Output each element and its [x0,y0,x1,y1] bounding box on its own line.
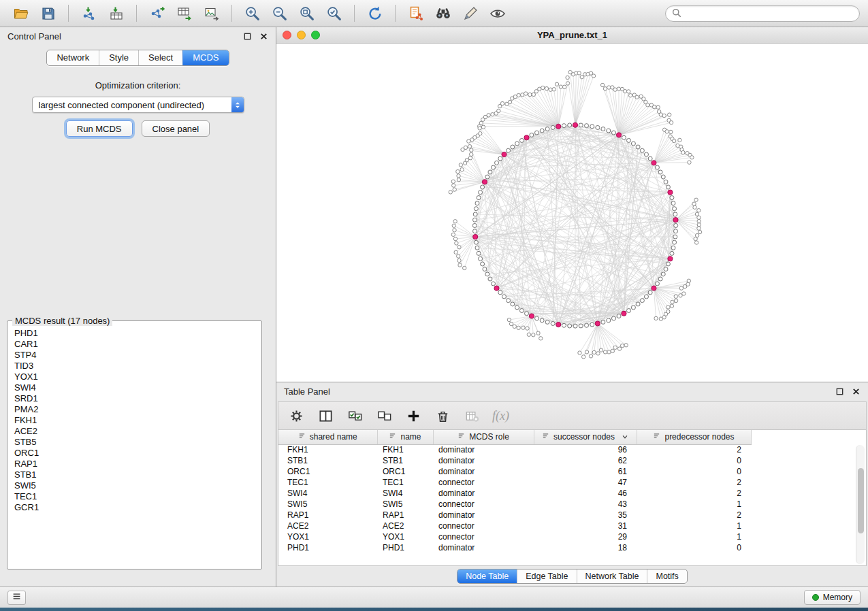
refresh-icon[interactable] [362,3,387,24]
tab-mcds[interactable]: MCDS [182,50,228,65]
network-canvas[interactable] [276,44,868,382]
copy-network-icon[interactable] [403,3,428,24]
export-table-icon[interactable] [172,3,197,24]
result-node[interactable]: TID3 [14,361,261,371]
result-node[interactable]: TEC1 [14,491,261,502]
table-row[interactable]: FKH1FKH1dominator962 [278,444,751,455]
import-network-icon[interactable] [76,3,101,24]
toolbar-separator [68,5,69,22]
export-image-icon[interactable] [199,3,224,24]
search-box[interactable] [665,5,860,22]
column-header-successor-nodes[interactable]: successor nodes [534,430,637,444]
tab-network-table[interactable]: Network Table [577,569,647,583]
select-all-icon[interactable] [346,407,364,425]
column-header-mcds-role[interactable]: MCDS role [433,430,534,444]
tab-node-table[interactable]: Node Table [457,569,517,583]
import-table-icon[interactable] [103,3,129,24]
zoom-out-icon[interactable] [267,3,292,24]
table-row[interactable]: YOX1YOX1connector291 [278,531,751,542]
add-row-icon[interactable] [404,407,422,425]
table-cell: 31 [534,521,637,531]
optimization-criterion-select[interactable]: largest connected component (undirected) [32,97,244,113]
table-row[interactable]: ORC1ORC1dominator610 [278,466,751,477]
table-cell: ACE2 [377,521,433,531]
table-toolbar: f(x) [278,401,867,430]
close-table-panel-icon[interactable] [852,387,861,396]
column-header-shared-name[interactable]: shared name [278,430,377,444]
table-cell: SWI5 [377,499,433,510]
delete-row-icon[interactable] [434,407,451,425]
result-node[interactable]: ACE2 [14,426,261,437]
result-node[interactable]: FKH1 [14,415,261,426]
table-cell: 35 [534,510,637,521]
result-node[interactable]: STP4 [14,350,261,361]
table-cell: FKH1 [278,444,377,455]
table-row[interactable]: PHD1PHD1dominator180 [278,542,751,553]
column-header-predecessor-nodes[interactable]: predecessor nodes [637,430,751,444]
close-panel-button[interactable]: Close panel [142,120,210,137]
result-node[interactable]: PMA2 [14,404,261,415]
export-network-icon[interactable] [144,3,170,24]
table-row[interactable]: TEC1TEC1connector472 [278,477,751,488]
result-node[interactable]: SWI5 [14,480,261,491]
table-cell: 1 [637,499,751,510]
table-cell: 1 [637,521,751,531]
delete-table-icon[interactable] [463,407,481,425]
table-cell: TEC1 [278,477,377,488]
table-row[interactable]: RAP1RAP1dominator352 [278,510,751,521]
minimize-window-button[interactable] [297,31,306,39]
open-folder-icon[interactable] [8,3,33,24]
zoom-fit-icon[interactable] [294,3,319,24]
dropdown-chevrons-icon [231,97,244,112]
result-node[interactable]: PHD1 [14,328,261,339]
result-node[interactable]: GCR1 [14,502,261,513]
mcds-result-title: MCDS result (17 nodes) [12,316,112,326]
style-paint-icon[interactable] [457,3,483,24]
close-window-button[interactable] [283,31,291,39]
toolbar-separator [231,5,232,22]
panel-menu-button[interactable] [7,591,26,605]
maximize-window-button[interactable] [311,31,320,39]
column-sort-icon [298,432,306,442]
run-mcds-button[interactable]: Run MCDS [66,120,133,137]
tab-select[interactable]: Select [138,50,182,65]
show-hide-eye-icon[interactable] [485,3,510,24]
function-builder-icon[interactable]: f(x) [492,409,509,423]
table-scrollbar-thumb[interactable] [858,468,864,533]
tab-motifs[interactable]: Motifs [647,569,686,583]
result-node[interactable]: SWI4 [14,382,261,393]
close-panel-icon[interactable] [259,32,268,41]
toolbar-separator [354,5,355,22]
tab-network[interactable]: Network [47,50,99,65]
zoom-selected-icon[interactable] [321,3,347,24]
result-node[interactable]: STB1 [14,469,261,480]
column-label: predecessor nodes [664,432,734,442]
result-node[interactable]: YOX1 [14,371,261,382]
deselect-all-icon[interactable] [375,407,393,425]
table-row[interactable]: ACE2ACE2connector311 [278,521,751,531]
gear-icon[interactable] [287,407,305,425]
save-icon[interactable] [35,3,61,24]
table-row[interactable]: SWI5SWI5connector431 [278,499,751,510]
mcds-result-list: PHD1CAR1STP4TID3YOX1SWI4SRD1PMA2FKH1ACE2… [7,326,261,513]
zoom-in-icon[interactable] [240,3,265,24]
result-node[interactable]: RAP1 [14,459,261,469]
tab-edge-table[interactable]: Edge Table [517,569,576,583]
table-scrollbar[interactable] [856,445,865,564]
table-row[interactable]: STB1STB1dominator620 [278,455,751,466]
table-row[interactable]: SWI4SWI4dominator462 [278,488,751,499]
result-node[interactable]: ORC1 [14,448,261,459]
memory-button[interactable]: Memory [804,590,861,605]
result-node[interactable]: CAR1 [14,339,261,350]
search-input[interactable] [685,8,853,18]
tab-style[interactable]: Style [99,50,138,65]
first-neighbors-icon[interactable] [430,3,455,24]
column-header-name[interactable]: name [377,430,433,444]
float-panel-icon[interactable] [243,32,252,41]
float-table-panel-icon[interactable] [835,387,844,396]
table-cell: 62 [534,455,637,466]
result-node[interactable]: SRD1 [14,393,261,404]
network-window-title: YPA_prune.txt_1 [276,30,868,40]
result-node[interactable]: STB5 [14,437,261,448]
split-columns-icon[interactable] [317,407,334,425]
